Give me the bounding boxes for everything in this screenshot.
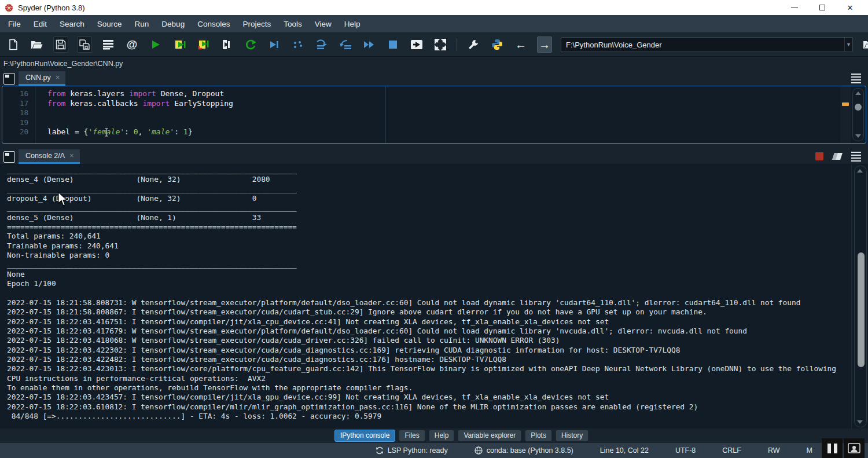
ipython-console[interactable]: ________________________________________…: [0, 164, 868, 428]
debug-file-button[interactable]: [267, 36, 282, 53]
console-line: 84/848 [=>............................] …: [7, 412, 868, 421]
open-file-button[interactable]: [30, 36, 45, 53]
console-scroll-thumb[interactable]: [858, 252, 865, 367]
console-options-icon[interactable]: [851, 152, 861, 162]
line-number: 16: [2, 89, 28, 99]
menu-tools[interactable]: Tools: [284, 20, 302, 28]
menu-run[interactable]: Run: [135, 20, 149, 28]
overlay-pause-button[interactable]: [822, 438, 843, 458]
browse-tabs-icon[interactable]: [3, 151, 15, 163]
scroll-down-icon[interactable]: [855, 134, 861, 138]
menu-consoles[interactable]: Consoles: [197, 20, 230, 28]
editor-tab-label: CNN.py: [25, 74, 51, 82]
run-cell-advance-button[interactable]: [196, 36, 211, 53]
working-directory-combo[interactable]: ▼: [561, 37, 853, 52]
console-line: ________________________________________…: [7, 203, 868, 212]
editor-scrollbar[interactable]: [852, 88, 864, 141]
console-scroll-track[interactable]: [854, 166, 867, 427]
console-line: 2022-07-15 18:22:03.418068: W tensorflow…: [7, 336, 868, 345]
rerun-cell-button[interactable]: [243, 36, 258, 53]
tab-close-icon[interactable]: ×: [69, 151, 74, 160]
browse-directory-button[interactable]: [862, 36, 868, 53]
debug-cell-button[interactable]: [290, 36, 306, 53]
menu-source[interactable]: Source: [97, 20, 122, 28]
find-symbols-button[interactable]: @: [124, 36, 139, 53]
working-directory-input[interactable]: [561, 41, 844, 49]
status-memory-status: M: [807, 446, 812, 455]
run-cell-button[interactable]: [172, 36, 187, 53]
menu-view[interactable]: View: [315, 20, 332, 28]
maximize-pane-button[interactable]: [409, 36, 424, 53]
status-encoding: UTF-8: [675, 446, 696, 455]
console-line: 2022-07-15 18:22:03.416751: I tensorflow…: [7, 317, 868, 327]
code-line: [47, 118, 866, 128]
pause-icon: [827, 444, 837, 453]
code-editor[interactable]: 1617181920 from keras.layers import Dens…: [2, 86, 866, 144]
console-line: ========================================…: [7, 222, 868, 232]
new-file-button[interactable]: [6, 36, 21, 53]
status-label: UTF-8: [675, 446, 696, 455]
console-line: None: [7, 270, 868, 279]
menu-projects[interactable]: Projects: [242, 20, 271, 28]
console-tab[interactable]: Console 2/A ×: [19, 149, 80, 164]
code-line: from keras.layers import Dense, Dropout: [47, 89, 866, 99]
combo-dropdown-icon[interactable]: ▼: [844, 38, 852, 52]
titlebar: Spyder (Python 3.8) ✕: [0, 0, 868, 15]
console-line: dense_5 (Dense) (None, 1) 33: [7, 213, 868, 222]
tab-close-icon[interactable]: ×: [56, 73, 60, 82]
console-line: CPU instructions in performance-critical…: [7, 374, 868, 383]
minimize-button[interactable]: [788, 2, 801, 13]
editor-tab-cnn[interactable]: CNN.py ×: [19, 71, 65, 86]
save-all-button[interactable]: [77, 36, 92, 53]
scroll-down-icon[interactable]: [857, 420, 863, 424]
preferences-button[interactable]: [466, 36, 481, 53]
bottom-tab-plots[interactable]: Plots: [525, 430, 552, 442]
console-line: 2022-07-15 18:22:03.423457: I tensorflow…: [7, 393, 868, 402]
run-selection-button[interactable]: [219, 36, 234, 53]
editor-options-icon[interactable]: [851, 74, 861, 84]
bottom-tab-help[interactable]: Help: [429, 430, 455, 442]
bottom-tab-ipython-console[interactable]: IPython console: [334, 430, 395, 442]
editor-scroll-thumb[interactable]: [855, 104, 862, 111]
menu-file[interactable]: File: [8, 20, 21, 28]
pane-splitter[interactable]: [0, 144, 868, 148]
scroll-up-icon[interactable]: [857, 169, 863, 173]
debug-step-over-button[interactable]: [314, 36, 329, 53]
bottom-tab-history[interactable]: History: [556, 430, 589, 442]
save-button[interactable]: [53, 36, 68, 53]
bottom-tab-files[interactable]: Files: [399, 430, 425, 442]
interrupt-kernel-icon[interactable]: [815, 152, 823, 160]
menu-search[interactable]: Search: [60, 20, 84, 28]
line-number: 17: [2, 99, 28, 109]
code-line: [47, 108, 866, 118]
spyder-window: Spyder (Python 3.8) ✕ FileEditSearchSour…: [0, 0, 868, 458]
editor-code[interactable]: from keras.layers import Dense, Dropoutf…: [36, 86, 866, 143]
bottom-tab-variable-explorer[interactable]: Variable explorer: [458, 430, 521, 442]
menu-debug[interactable]: Debug: [161, 20, 185, 28]
python-path-button[interactable]: [490, 36, 505, 53]
menu-help[interactable]: Help: [344, 20, 361, 28]
debug-stop-button[interactable]: [385, 36, 400, 53]
fullscreen-button[interactable]: [433, 36, 448, 53]
outline-icon[interactable]: [101, 36, 116, 53]
overlay-screen-button[interactable]: [844, 438, 865, 458]
console-line: ________________________________________…: [7, 185, 868, 194]
browse-tabs-icon[interactable]: [3, 73, 15, 85]
back-button[interactable]: ←: [513, 36, 528, 53]
run-file-button[interactable]: [148, 36, 163, 53]
menu-edit[interactable]: Edit: [34, 20, 47, 28]
forward-button[interactable]: →: [537, 36, 552, 53]
console-scrollbar[interactable]: [854, 166, 867, 427]
scroll-up-icon[interactable]: [855, 91, 861, 95]
edge-line: [385, 86, 386, 143]
console-line: ________________________________________…: [7, 260, 868, 269]
debug-continue-button[interactable]: [362, 36, 377, 53]
status-items: LSP Python: readyconda: base (Python 3.8…: [376, 446, 812, 455]
maximize-button[interactable]: [816, 2, 829, 13]
screen-person-icon: [848, 443, 860, 453]
console-line: 2022-07-15 18:22:03.422302: I tensorflow…: [7, 346, 868, 355]
debug-step-into-button[interactable]: [338, 36, 353, 53]
status-readwrite-status: RW: [768, 446, 780, 455]
clear-console-icon[interactable]: [832, 152, 843, 160]
close-button[interactable]: ✕: [844, 2, 856, 13]
